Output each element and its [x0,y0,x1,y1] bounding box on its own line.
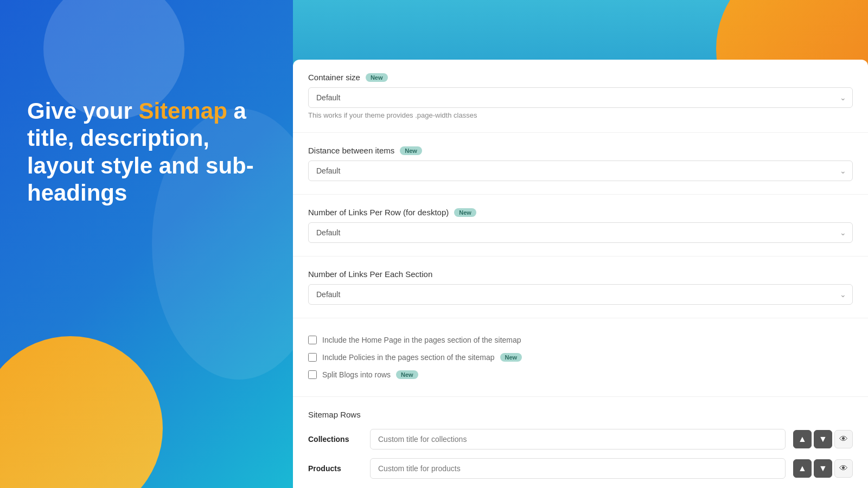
checkboxes-section: Include the Home Page in the pages secti… [293,318,868,397]
container-size-helper: This works if your theme provides .page-… [308,111,853,119]
products-move-down-button[interactable]: ▼ [814,459,832,478]
include-home-checkbox[interactable] [308,336,317,344]
container-size-label: Container size New [308,73,853,82]
left-panel: Give your Sitemap a title, description, … [0,0,293,488]
sitemap-rows-section: Sitemap Rows Collections ▲ ▼ 👁 Products … [293,397,868,488]
headline-highlight: Sitemap [138,98,227,124]
distance-select[interactable]: DefaultSmallMediumLarge [308,160,853,181]
container-size-text: Container size [308,73,360,82]
products-visibility-button[interactable]: 👁 [834,459,853,478]
split-blogs-label: Split Blogs into rows [322,370,391,379]
distance-label: Distance between items New [308,146,853,155]
collections-row-label: Collections [308,435,362,444]
checkbox-include-home-row: Include the Home Page in the pages secti… [308,331,853,349]
include-policies-checkbox[interactable] [308,353,317,362]
collections-title-input[interactable] [370,429,786,450]
include-home-label: Include the Home Page in the pages secti… [322,336,521,344]
include-policies-badge: New [500,353,522,362]
container-size-badge: New [366,73,388,82]
links-per-row-text: Number of Links Per Row (for desktop) [308,208,449,217]
hero-headline: Give your Sitemap a title, description, … [27,98,277,207]
container-size-select-wrapper: DefaultFull WidthNarrowWide ⌄ [308,87,853,108]
links-per-section-section: Number of Links Per Each Section Default… [293,256,868,318]
checkbox-include-policies-row: Include Policies in the pages section of… [308,349,853,366]
collections-row-buttons: ▲ ▼ 👁 [793,430,853,448]
collections-row-item: Collections ▲ ▼ 👁 [308,429,853,450]
products-row-buttons: ▲ ▼ 👁 [793,459,853,478]
split-blogs-badge: New [396,370,418,379]
products-row-label: Products [308,464,362,473]
products-row-item: Products ▲ ▼ 👁 [308,458,853,479]
include-policies-label: Include Policies in the pages section of… [322,353,495,362]
settings-card: Container size New DefaultFull WidthNarr… [293,60,868,488]
distance-select-wrapper: DefaultSmallMediumLarge ⌄ [308,160,853,181]
links-per-section-label: Number of Links Per Each Section [308,269,853,279]
collections-visibility-button[interactable]: 👁 [834,430,853,448]
links-per-row-section: Number of Links Per Row (for desktop) Ne… [293,195,868,256]
links-per-row-select-wrapper: Default2345 ⌄ [308,222,853,243]
collections-move-down-button[interactable]: ▼ [814,430,832,448]
decorative-circle-bottom [0,336,163,488]
links-per-row-select[interactable]: Default2345 [308,222,853,243]
right-panel: Container size New DefaultFull WidthNarr… [293,0,868,488]
links-per-section-text: Number of Links Per Each Section [308,269,432,279]
distance-badge: New [400,146,422,155]
container-size-select[interactable]: DefaultFull WidthNarrowWide [308,87,853,108]
split-blogs-checkbox[interactable] [308,370,317,379]
headline-text-1: Give your [27,98,138,124]
sitemap-rows-title: Sitemap Rows [308,410,853,419]
products-title-input[interactable] [370,458,786,479]
products-move-up-button[interactable]: ▲ [793,459,812,478]
container-size-section: Container size New DefaultFull WidthNarr… [293,60,868,133]
checkbox-split-blogs-row: Split Blogs into rows New [308,366,853,383]
distance-label-text: Distance between items [308,146,394,155]
collections-move-up-button[interactable]: ▲ [793,430,812,448]
links-per-section-select[interactable]: Default5101520 [308,284,853,305]
distance-section: Distance between items New DefaultSmallM… [293,133,868,195]
links-per-section-select-wrapper: Default5101520 ⌄ [308,284,853,305]
links-per-row-label: Number of Links Per Row (for desktop) Ne… [308,208,853,217]
links-per-row-badge: New [454,208,476,217]
